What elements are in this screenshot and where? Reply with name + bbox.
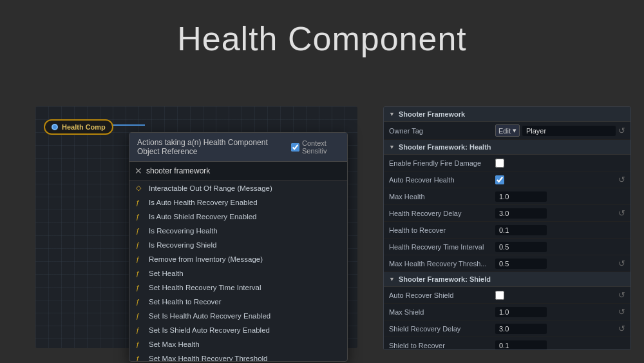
result-item-is-auto-health-recovery[interactable]: ƒ Is Auto Health Recovery Enabled: [129, 195, 347, 210]
enable-friendly-fire-checkbox[interactable]: [495, 159, 504, 168]
prop-row-max-shield: Max Shield ↺: [384, 304, 630, 320]
prop-row-health-recovery-interval: Health Recovery Time Interval: [384, 239, 630, 255]
reset-max-health-recovery-thresh-button[interactable]: ↺: [618, 259, 625, 268]
shield-to-recover-input[interactable]: [495, 340, 547, 351]
result-label: Set Max Health Recovery Threshold: [149, 355, 268, 361]
prop-row-shield-recovery-delay: Shield Recovery Delay ↺: [384, 320, 630, 337]
prop-label-health-recovery-delay: Health Recovery Delay: [389, 210, 495, 217]
prop-label-max-shield: Max Shield: [389, 308, 495, 316]
search-input[interactable]: [146, 166, 342, 175]
result-label: Set Is Health Auto Recovery Enabled: [149, 312, 270, 320]
health-recovery-delay-input[interactable]: [495, 208, 547, 219]
prop-row-health-recovery-delay: Health Recovery Delay ↺: [384, 205, 630, 222]
function-icon: ƒ: [136, 255, 144, 263]
result-item-set-is-shield-auto[interactable]: ƒ Set Is Shield Auto Recovery Enabled: [129, 323, 347, 337]
prop-row-shield-to-recover: Shield to Recover: [384, 337, 630, 350]
function-icon: ƒ: [136, 298, 144, 306]
reset-max-shield-button[interactable]: ↺: [618, 307, 625, 317]
right-panel: ▼ Shooter Framework Owner Tag Edit ▾ ↺ ▼…: [383, 106, 631, 350]
prop-value-max-shield: ↺: [495, 307, 625, 317]
shield-recovery-delay-input[interactable]: [495, 324, 547, 334]
prop-row-owner-tag: Owner Tag Edit ▾ ↺: [384, 122, 630, 140]
result-label: Set Health: [149, 270, 184, 277]
result-item-remove-from-inventory[interactable]: ƒ Remove from Inventory (Message): [129, 252, 347, 266]
function-icon: ƒ: [136, 355, 144, 361]
section-label: Shooter Framework: Shield: [399, 275, 491, 283]
result-label: Is Auto Shield Recovery Enabled: [149, 213, 257, 221]
reset-auto-recover-shield-button[interactable]: ↺: [618, 290, 625, 300]
prop-label-shield-recovery-delay: Shield Recovery Delay: [389, 325, 495, 333]
action-search-popup: Actions taking a(n) Health Component Obj…: [129, 132, 348, 362]
prop-row-auto-recover-shield: Auto Recover Shield ↺: [384, 287, 630, 304]
prop-value-auto-recover-shield: ↺: [495, 290, 625, 300]
result-label: Is Recovering Health: [149, 227, 218, 235]
function-icon: ƒ: [136, 270, 144, 277]
result-item-set-is-health-auto[interactable]: ƒ Set Is Health Auto Recovery Enabled: [129, 309, 347, 323]
health-to-recover-input[interactable]: [495, 225, 547, 235]
section-arrow: ▼: [389, 276, 395, 282]
prop-value-health-to-recover: [495, 225, 625, 235]
health-recovery-interval-input[interactable]: [495, 242, 547, 252]
result-item-set-health[interactable]: ƒ Set Health: [129, 266, 347, 280]
context-sensitive-check[interactable]: Context Sensitiv: [291, 139, 339, 155]
prop-row-health-to-recover: Health to Recover: [384, 222, 630, 239]
max-shield-input[interactable]: [495, 307, 547, 317]
function-icon: ƒ: [136, 199, 144, 206]
prop-value-health-recovery-delay: ↺: [495, 208, 625, 219]
result-item-is-recovering-shield[interactable]: ƒ Is Recovering Shield: [129, 238, 347, 252]
section-arrow: ▼: [389, 111, 395, 117]
function-icon: ƒ: [136, 326, 144, 334]
result-item-set-health-to-recover[interactable]: ƒ Set Health to Recover: [129, 295, 347, 309]
health-node: Health Comp: [44, 119, 113, 135]
prop-value-enable-friendly-fire: [495, 159, 625, 168]
prop-value-shield-to-recover: [495, 340, 625, 351]
prop-value-shield-recovery-delay: ↺: [495, 324, 625, 334]
section-header-health: ▼ Shooter Framework: Health: [384, 140, 630, 155]
prop-label-auto-recover-shield: Auto Recover Shield: [389, 291, 495, 299]
chevron-down-icon: ▾: [513, 126, 516, 135]
prop-row-max-health-recovery-thresh: Max Health Recovery Thresh... ↺: [384, 255, 630, 272]
section-label: Shooter Framework: Health: [399, 143, 491, 151]
prop-value-health-recovery-interval: [495, 242, 625, 252]
context-sensitive-checkbox[interactable]: [291, 143, 299, 152]
result-item-set-health-recovery-interval[interactable]: ƒ Set Health Recovery Time Interval: [129, 280, 347, 295]
reset-shield-recovery-delay-button[interactable]: ↺: [618, 324, 625, 333]
owner-tag-edit-dropdown[interactable]: Edit ▾: [495, 124, 520, 137]
result-label: Remove from Inventory (Message): [149, 255, 263, 263]
prop-label-health-recovery-interval: Health Recovery Time Interval: [389, 243, 495, 251]
edit-label: Edit: [498, 127, 511, 135]
prop-row-enable-friendly-fire: Enable Friendly Fire Damage: [384, 155, 630, 172]
max-health-recovery-thresh-input[interactable]: [495, 259, 547, 269]
node-connector-dot: [52, 124, 58, 130]
reset-auto-recover-health-button[interactable]: ↺: [618, 175, 625, 184]
result-item-set-max-health[interactable]: ƒ Set Max Health: [129, 337, 347, 351]
result-item-set-max-health-threshold[interactable]: ƒ Set Max Health Recovery Threshold: [129, 351, 347, 361]
reset-health-recovery-delay-button[interactable]: ↺: [618, 208, 625, 218]
function-icon: ƒ: [136, 312, 144, 320]
result-item-interactable-out-of-range[interactable]: ◇ Interactable Out Of Range (Message): [129, 181, 347, 195]
auto-recover-shield-checkbox[interactable]: [495, 291, 504, 300]
prop-value-auto-recover-health: ↺: [495, 175, 625, 184]
result-label: Is Auto Health Recovery Enabled: [149, 199, 258, 206]
max-health-input[interactable]: [495, 191, 547, 202]
search-bar: ✕: [129, 162, 347, 181]
node-connection-line: [113, 124, 145, 126]
auto-recover-health-checkbox[interactable]: [495, 175, 504, 184]
prop-value-max-health: [495, 191, 625, 202]
result-item-is-recovering-health[interactable]: ƒ Is Recovering Health: [129, 224, 347, 238]
function-icon: ƒ: [136, 227, 144, 235]
result-item-is-auto-shield-recovery[interactable]: ƒ Is Auto Shield Recovery Enabled: [129, 210, 347, 224]
function-icon: ƒ: [136, 213, 144, 221]
prop-label-max-health: Max Health: [389, 193, 495, 201]
owner-tag-input[interactable]: [522, 126, 616, 136]
function-icon: ƒ: [136, 340, 144, 348]
function-icon: ƒ: [136, 241, 144, 249]
search-clear-button[interactable]: ✕: [135, 166, 142, 176]
prop-label-max-health-recovery-thresh: Max Health Recovery Thresh...: [389, 260, 495, 268]
function-icon: ƒ: [136, 284, 144, 291]
reset-owner-tag-button[interactable]: ↺: [618, 126, 625, 135]
section-label: Shooter Framework: [399, 110, 465, 118]
result-label: Set Health Recovery Time Interval: [149, 284, 261, 291]
search-results-list: ◇ Interactable Out Of Range (Message) ƒ …: [129, 181, 347, 361]
prop-row-auto-recover-health: Auto Recover Health ↺: [384, 172, 630, 188]
